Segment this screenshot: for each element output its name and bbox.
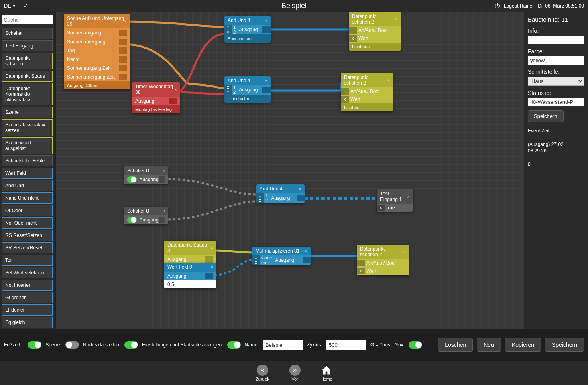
- nodes-toggle[interactable]: [124, 341, 138, 349]
- home-icon: [321, 365, 332, 376]
- close-icon[interactable]: ×: [299, 186, 301, 191]
- sidebar: SchalterTest EingangDatenpunkt schaltenD…: [0, 12, 54, 329]
- sidebar-item[interactable]: Datenpunkt schalten: [2, 53, 53, 69]
- sidebar-item[interactable]: Datenpunkt Status: [2, 71, 53, 82]
- sidebar-item[interactable]: Gt größer: [2, 292, 53, 303]
- save-button[interactable]: Speichern: [545, 338, 584, 352]
- node-switch1[interactable]: Schalter 0× Ausgang: [124, 166, 168, 184]
- close-icon[interactable]: ×: [163, 168, 165, 173]
- panel-title: Baustein Id: 11: [528, 16, 584, 23]
- properties-panel: Baustein Id: 11 Info: Farbe: Schnittstel…: [524, 12, 588, 329]
- copy-button[interactable]: Kopieren: [505, 338, 541, 352]
- close-icon[interactable]: ×: [211, 245, 213, 250]
- node-dpstatus[interactable]: Datenpunkt Status 3× Ausgang: [164, 241, 216, 264]
- close-icon[interactable]: ×: [265, 18, 267, 23]
- sidebar-item[interactable]: Lt kleiner: [2, 304, 53, 316]
- name-input[interactable]: [263, 340, 303, 350]
- close-icon[interactable]: ×: [175, 87, 177, 92]
- logout-link[interactable]: Logout Rainer: [504, 3, 534, 9]
- close-icon[interactable]: ×: [124, 19, 127, 24]
- sidebar-item[interactable]: Schalter: [2, 28, 53, 39]
- header: DE ▾ ✓ Beispiel Logout Rainer Di. 06. Mä…: [0, 0, 588, 12]
- search-input[interactable]: [2, 15, 53, 24]
- delete-button[interactable]: Löschen: [438, 338, 473, 352]
- status-input[interactable]: [528, 98, 584, 106]
- canvas[interactable]: Sonne Auf- und Untergang 39× Sonnenaufga…: [54, 12, 524, 329]
- node-and1[interactable]: And Und 4× x1 x2 Ausgang Ausschalten: [224, 16, 271, 43]
- node-dp1[interactable]: Datenpunkt schalten 2× An/Aus / Bool xWe…: [349, 12, 401, 51]
- sperre-toggle[interactable]: [65, 341, 79, 349]
- sidebar-item[interactable]: Not Inverter: [2, 280, 53, 291]
- zyklus-input[interactable]: [326, 340, 366, 350]
- sidebar-item[interactable]: RS Reset/Setzen: [2, 230, 53, 241]
- aktiv-toggle[interactable]: [409, 341, 422, 349]
- node-timer[interactable]: Timer Wochentag 38× Ausgang Montag bis F…: [132, 82, 180, 113]
- sidebar-item[interactable]: Szene: [2, 107, 53, 118]
- nav-home[interactable]: Home: [321, 365, 332, 381]
- page-title: Beispiel: [281, 2, 307, 10]
- datetime: Di. 06. März 08:51:00: [538, 3, 584, 9]
- sidebar-item[interactable]: And Und: [2, 180, 53, 191]
- close-icon[interactable]: ×: [395, 17, 398, 22]
- sidebar-item[interactable]: Tor: [2, 255, 53, 266]
- sidebar-item[interactable]: Datenpunkt Kommando aktiv/inaktiv: [2, 83, 53, 105]
- info-input[interactable]: [528, 36, 584, 44]
- close-icon[interactable]: ×: [211, 265, 213, 270]
- schnittstelle-select[interactable]: Haus: [528, 77, 584, 86]
- node-mul[interactable]: Mul multiplizieren 31× xvlaue xmul Ausga…: [252, 247, 311, 265]
- sidebar-item[interactable]: SR Setzen/Reset: [2, 242, 53, 253]
- new-button[interactable]: Neu: [477, 338, 501, 352]
- close-icon[interactable]: ×: [305, 249, 307, 253]
- node-sun[interactable]: Sonne Auf- und Untergang 39× Sonnenaufga…: [64, 14, 130, 89]
- sidebar-item[interactable]: Or Oder: [2, 205, 53, 216]
- check-icon[interactable]: ✓: [24, 3, 28, 9]
- farbe-input[interactable]: [528, 56, 584, 65]
- node-switch2[interactable]: Schalter 0× Ausgang: [124, 207, 168, 224]
- node-dp3[interactable]: Datenpunkt schalten 2× An/Aus / Bool xWe…: [357, 245, 409, 275]
- save-button[interactable]: Speichern: [528, 110, 564, 122]
- sidebar-item[interactable]: Test Eingang: [2, 40, 53, 51]
- sidebar-item[interactable]: Nand Und nicht: [2, 192, 53, 204]
- sidebar-item[interactable]: Nor Oder nicht: [2, 217, 53, 229]
- node-and3[interactable]: And Und 4× x1 x2 Ausgang: [256, 184, 305, 203]
- sidebar-item[interactable]: Schnittstelle Fehler: [2, 155, 53, 166]
- sidebar-item[interactable]: Eq gleich: [2, 317, 53, 328]
- close-icon[interactable]: ×: [403, 249, 406, 254]
- sidebar-item[interactable]: Wert Feld: [2, 168, 53, 179]
- sidebar-item[interactable]: Szene wurde ausgelöst: [2, 137, 53, 154]
- node-test[interactable]: Test Eingang 1× xtrue: [377, 189, 413, 212]
- node-wertfeld[interactable]: Wert Feld 9× Ausgang 0.5: [164, 263, 216, 288]
- sidebar-item[interactable]: Sel Wert selektion: [2, 267, 53, 278]
- close-icon[interactable]: ×: [163, 209, 165, 213]
- forward-icon: »: [289, 365, 301, 376]
- toggle[interactable]: [127, 176, 137, 183]
- navbar: « Zurück » Vor Home: [0, 361, 588, 385]
- node-and2[interactable]: And Und 4× x1 x2 Ausgang Einschalten: [224, 76, 271, 103]
- back-icon: «: [257, 365, 268, 376]
- power-icon[interactable]: [495, 4, 500, 8]
- toggle[interactable]: [127, 217, 137, 223]
- close-icon[interactable]: ×: [265, 78, 267, 83]
- nav-back[interactable]: « Zurück: [256, 365, 269, 381]
- close-icon[interactable]: ×: [407, 194, 410, 199]
- einstell-toggle[interactable]: [227, 341, 241, 349]
- close-icon[interactable]: ×: [387, 78, 390, 83]
- language-select[interactable]: DE ▾: [4, 3, 16, 9]
- sidebar-item[interactable]: Szene aktiv/inaktiv setzen: [2, 119, 53, 136]
- nav-forward[interactable]: » Vor: [289, 365, 301, 381]
- fusszeile-toggle[interactable]: [28, 341, 41, 349]
- node-dp2[interactable]: Datenpunkt schalten 2× An/Aus / Bool xWe…: [341, 73, 393, 111]
- footer-bar: Fußzeile: Sperre: Nodes darstellen: Eins…: [0, 329, 588, 361]
